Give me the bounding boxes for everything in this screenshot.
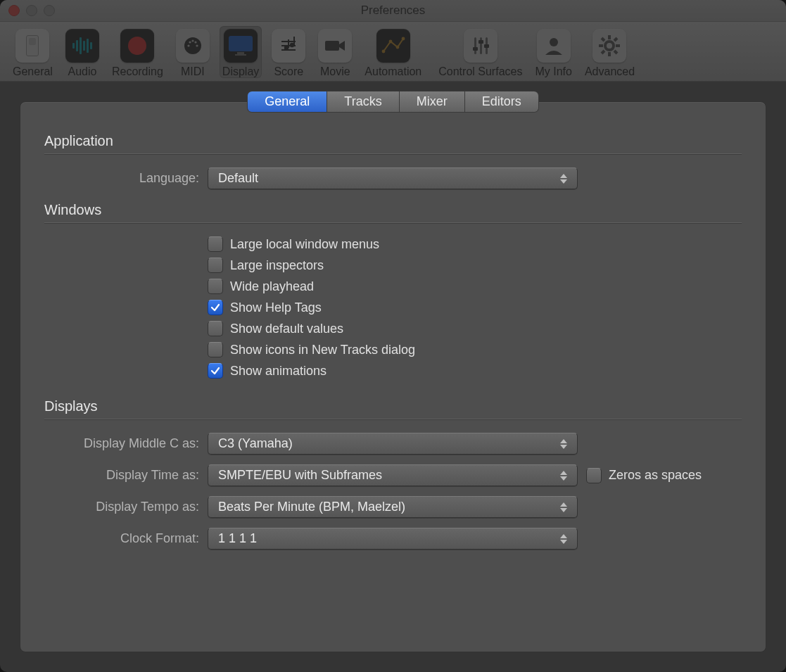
tab-editors[interactable]: Editors [465, 91, 538, 112]
checkbox[interactable] [208, 258, 223, 273]
zeros-as-spaces-checkbox[interactable] [586, 468, 602, 483]
minimize-button[interactable] [26, 5, 37, 16]
stepper-icon [560, 439, 571, 449]
svg-point-25 [605, 42, 614, 50]
display-time-value: SMPTE/EBU with Subframes [218, 468, 382, 483]
content-area: General Tracks Mixer Editors Application… [0, 82, 786, 672]
divider [44, 419, 742, 420]
language-popup[interactable]: Default [208, 167, 578, 189]
svg-line-32 [614, 38, 617, 41]
svg-point-4 [194, 41, 196, 43]
switch-icon [15, 29, 49, 63]
checkbox-label: Large local window menus [230, 237, 379, 252]
svg-rect-11 [288, 39, 289, 48]
checkbox[interactable] [208, 279, 223, 294]
divider [44, 222, 742, 224]
displays-heading: Displays [44, 398, 742, 414]
svg-point-1 [187, 44, 189, 46]
display-icon [224, 29, 258, 63]
svg-rect-22 [478, 40, 483, 44]
clock-format-value: 1 1 1 1 [218, 531, 257, 546]
windows-option-6: Show animations [208, 363, 742, 379]
divider [44, 153, 742, 155]
tab-tracks[interactable]: Tracks [327, 91, 399, 112]
faders-icon [464, 29, 497, 63]
svg-rect-12 [293, 37, 295, 45]
checkbox[interactable] [208, 300, 223, 315]
display-tempo-value: Beats Per Minute (BPM, Maelzel) [218, 500, 405, 514]
automation-icon [376, 29, 410, 63]
checkbox[interactable] [208, 321, 223, 336]
zoom-button[interactable] [44, 5, 55, 16]
clock-format-label: Clock Format: [44, 531, 199, 546]
tab-mixer[interactable]: Mixer [400, 91, 465, 112]
windows-option-5: Show icons in New Tracks dialog [208, 342, 742, 357]
toolbar-display[interactable]: Display [220, 26, 262, 78]
display-time-popup[interactable]: SMPTE/EBU with Subframes [208, 464, 578, 486]
checkbox-label: Large inspectors [230, 258, 324, 273]
score-icon [272, 29, 305, 63]
display-time-label: Display Time as: [44, 468, 199, 483]
stepper-icon [560, 471, 571, 481]
svg-point-14 [381, 50, 385, 53]
tab-general[interactable]: General [248, 91, 327, 112]
toolbar-control-surfaces[interactable]: Control Surfaces [436, 26, 525, 78]
toolbar-movie[interactable]: Movie [315, 26, 355, 78]
preferences-window: Preferences General Audio Recording MIDI [0, 0, 786, 672]
stepper-icon [560, 174, 571, 184]
svg-rect-13 [325, 41, 339, 51]
svg-point-5 [191, 39, 194, 42]
close-button[interactable] [8, 5, 20, 16]
preferences-toolbar: General Audio Recording MIDI Display [0, 22, 786, 82]
svg-rect-8 [281, 49, 296, 51]
movie-icon [318, 29, 352, 63]
language-value: Default [218, 171, 258, 186]
svg-point-16 [395, 46, 399, 49]
svg-point-24 [550, 38, 558, 46]
svg-point-17 [401, 37, 405, 41]
gear-icon [592, 29, 626, 63]
svg-rect-19 [480, 37, 482, 54]
checkbox-label: Show animations [230, 364, 327, 379]
windows-option-2: Wide playhead [208, 279, 742, 294]
toolbar-my-info[interactable]: My Info [532, 26, 574, 78]
toolbar-midi[interactable]: MIDI [173, 26, 213, 78]
middle-c-label: Display Middle C as: [44, 436, 199, 451]
checkbox-label: Show Help Tags [230, 300, 322, 315]
waveform-icon [65, 29, 99, 63]
toolbar-recording[interactable]: Recording [109, 26, 166, 78]
middle-c-value: C3 (Yamaha) [218, 436, 293, 451]
person-icon [537, 29, 571, 63]
middle-c-popup[interactable]: C3 (Yamaha) [208, 433, 578, 455]
windows-option-4: Show default values [208, 321, 742, 336]
svg-rect-23 [484, 44, 489, 48]
windows-options: Large local window menusLarge inspectors… [208, 236, 742, 379]
svg-point-15 [388, 40, 392, 44]
toolbar-score[interactable]: Score [269, 26, 308, 78]
svg-line-33 [602, 51, 604, 53]
stepper-icon [560, 502, 571, 512]
language-label: Language: [44, 171, 199, 186]
subtab-segmented-control: General Tracks Mixer Editors [248, 91, 538, 112]
svg-line-30 [602, 38, 604, 41]
checkbox-label: Show default values [230, 322, 343, 336]
checkbox-label: Show icons in New Tracks dialog [230, 343, 415, 357]
application-heading: Application [44, 133, 742, 149]
toolbar-advanced[interactable]: Advanced [582, 26, 638, 78]
toolbar-automation[interactable]: Automation [362, 26, 424, 78]
zeros-as-spaces-label: Zeros as spaces [609, 468, 702, 483]
svg-rect-21 [473, 47, 478, 51]
checkbox[interactable] [208, 363, 223, 379]
svg-point-2 [196, 44, 198, 46]
checkbox[interactable] [208, 236, 223, 252]
checkbox[interactable] [208, 342, 223, 357]
clock-format-popup[interactable]: 1 1 1 1 [208, 528, 578, 550]
preferences-panel: General Tracks Mixer Editors Application… [20, 101, 766, 652]
windows-option-3: Show Help Tags [208, 300, 742, 315]
svg-rect-18 [474, 37, 476, 54]
toolbar-general[interactable]: General [10, 26, 56, 78]
toolbar-audio[interactable]: Audio [63, 26, 102, 78]
stepper-icon [560, 534, 571, 544]
display-tempo-popup[interactable]: Beats Per Minute (BPM, Maelzel) [208, 496, 578, 518]
svg-line-31 [614, 51, 617, 53]
